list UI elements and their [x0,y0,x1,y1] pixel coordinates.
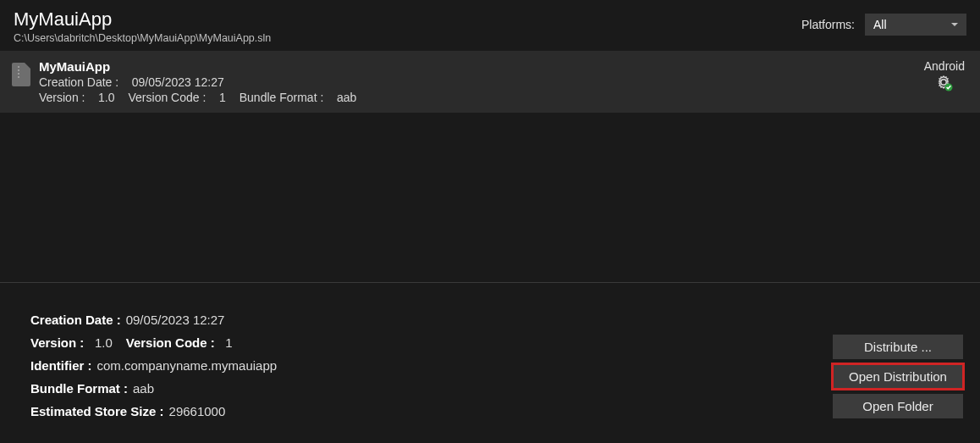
header: MyMauiApp C:\Users\dabritch\Desktop\MyMa… [0,0,980,51]
detail-creation-date: Creation Date : 09/05/2023 12:27 [30,313,277,327]
archive-info: MyMauiApp Creation Date : 09/05/2023 12:… [39,59,356,104]
platforms-label: Platforms: [801,18,855,31]
archive-creation-date: Creation Date : 09/05/2023 12:27 [39,75,356,89]
archive-version: Version : 1.0 [39,91,115,104]
detail-bundle-format: Bundle Format : aab [30,381,277,396]
svg-point-0 [941,80,946,85]
detail-estimated-store-size: Estimated Store Size : 29661000 [30,404,277,418]
detail-version-row: Version : 1.0 Version Code : 1 [30,335,277,350]
archive-name: MyMauiApp [39,59,356,74]
open-folder-button[interactable]: Open Folder [833,394,963,418]
action-buttons: Distribute ... Open Distribution Open Fo… [833,335,963,418]
chevron-down-icon [951,23,958,26]
details-panel: Creation Date : 09/05/2023 12:27 Version… [0,282,980,429]
distribute-button[interactable]: Distribute ... [833,335,963,359]
detail-version-code: Version Code : 1 [126,335,233,350]
page-title: MyMauiApp [14,8,271,30]
detail-version: Version : 1.0 [30,335,113,350]
archive-version-code: Version Code : 1 [129,91,226,104]
archive-bundle-format: Bundle Format : aab [239,91,357,104]
solution-path: C:\Users\dabritch\Desktop\MyMauiApp\MyMa… [14,32,271,44]
header-right: Platforms: All [801,14,966,36]
platforms-value: All [873,18,887,31]
archive-list-empty-area [0,113,980,282]
archive-platform-badge: Android [924,59,965,91]
archive-meta: Version : 1.0 Version Code : 1 Bundle Fo… [39,91,356,104]
archive-file-icon [12,63,30,86]
details-left: Creation Date : 09/05/2023 12:27 Version… [30,313,277,418]
header-left: MyMauiApp C:\Users\dabritch\Desktop\MyMa… [14,8,271,44]
detail-identifier: Identifier : com.companyname.mymauiapp [30,358,277,373]
platform-label: Android [924,59,965,73]
gear-check-icon [935,75,954,91]
archive-row[interactable]: MyMauiApp Creation Date : 09/05/2023 12:… [0,51,980,113]
open-distribution-button[interactable]: Open Distribution [833,364,963,389]
archive-left: MyMauiApp Creation Date : 09/05/2023 12:… [12,59,356,104]
platforms-select[interactable]: All [865,14,966,36]
